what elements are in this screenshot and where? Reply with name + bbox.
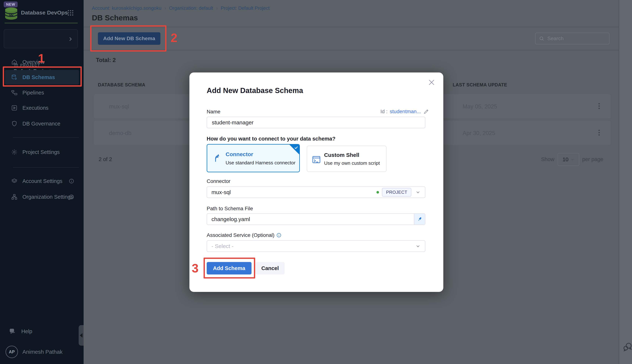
sidebar-item-executions[interactable]: Executions — [5, 100, 79, 115]
pagination-range: 2 of 2 — [99, 156, 112, 162]
connector-label: Connector — [207, 178, 230, 184]
sidebar-item-label: Account Settings — [23, 178, 63, 184]
connect-question: How do you want to connect to your data … — [207, 136, 335, 142]
schema-name-input[interactable] — [207, 117, 425, 128]
new-badge: NEW — [4, 2, 18, 7]
sidebar-divider — [13, 137, 79, 138]
sidebar-item-label: Organization Settings — [23, 194, 73, 200]
annotation-number-3: 3 — [189, 261, 201, 275]
id-value-link[interactable]: studentman... — [390, 108, 421, 114]
sidebar-collapse-handle[interactable] — [79, 325, 84, 346]
sidebar-item-label: Project Settings — [23, 149, 60, 155]
sidebar-item-label: DB Governance — [23, 121, 60, 127]
pin-button[interactable] — [414, 214, 425, 224]
schema-id-row: Id : studentman... — [380, 108, 429, 115]
cancel-button[interactable]: Cancel — [256, 262, 285, 274]
connector-branch-icon — [213, 154, 222, 163]
database-devops-logo-icon: ∞ — [5, 7, 18, 20]
sidebar-divider — [13, 167, 79, 168]
right-rail — [619, 0, 632, 364]
schema-name: mux-sql — [109, 103, 129, 110]
check-icon — [294, 145, 299, 150]
pin-icon — [417, 216, 422, 222]
column-header-last-schema-update: LAST SCHEMA UPDATE — [453, 82, 507, 88]
service-select[interactable]: - Select - — [207, 240, 425, 252]
help-chat-icon: ? — [9, 328, 16, 335]
kebab-menu-icon[interactable] — [594, 102, 604, 111]
chevron-right-icon — [68, 36, 73, 42]
sidebar-item-account-settings[interactable]: Account Settings — [5, 174, 79, 188]
app-switcher-grid-icon[interactable] — [67, 9, 74, 16]
search-box — [535, 33, 609, 44]
help-button[interactable]: ? Help — [9, 324, 68, 339]
product-name: Database DevOps — [21, 10, 68, 16]
info-icon[interactable] — [276, 233, 282, 238]
sidebar-item-label: Executions — [23, 105, 49, 111]
search-icon — [539, 36, 544, 41]
page-title: DB Schemas — [92, 14, 138, 22]
collapse-arrow-icon — [80, 333, 83, 338]
pipelines-icon — [11, 89, 18, 96]
info-icon[interactable] — [69, 178, 74, 184]
svg-text:?: ? — [11, 329, 13, 332]
breadcrumb-project-link[interactable]: Project: Default Project — [221, 5, 270, 11]
sidebar-item-db-governance[interactable]: DB Governance — [5, 116, 79, 131]
page-size-select[interactable]: 10 — [558, 153, 579, 166]
annotation-number-2: 2 — [168, 31, 180, 45]
option-card-custom-shell[interactable]: Custom Shell Use my own custom script — [307, 146, 386, 172]
pagination-per-page-label: per page — [582, 156, 603, 162]
name-label: Name — [207, 109, 221, 115]
connector-select[interactable]: mux-sql PROJECT — [207, 186, 425, 198]
modal-title: Add New Database Schema — [207, 86, 303, 95]
annotation-box-3 — [203, 258, 255, 278]
sidebar-item-project-settings[interactable]: Project Settings — [5, 145, 79, 160]
total-count: Total: 2 — [96, 57, 116, 64]
page-size-value: 10 — [563, 156, 568, 162]
sidebar-item-label: Pipelines — [23, 90, 44, 96]
gear-icon — [11, 149, 18, 156]
schema-updated: Apr 30, 2025 — [463, 130, 495, 136]
info-icon[interactable] — [69, 194, 74, 200]
support-chat-icon[interactable] — [622, 342, 632, 352]
breadcrumb-separator: › — [164, 5, 166, 11]
annotation-box-2 — [90, 25, 166, 52]
user-name: Animesh Pathak — [23, 349, 63, 355]
breadcrumb-separator: › — [216, 5, 218, 11]
path-label: Path to Schema File — [207, 206, 253, 212]
breadcrumb-account-link[interactable]: Account: kurosakiichigo.songoku — [92, 5, 161, 11]
status-dot — [376, 191, 379, 194]
path-input-group — [207, 213, 425, 225]
breadcrumb: Account: kurosakiichigo.songoku › Organi… — [92, 5, 270, 11]
search-input[interactable] — [547, 36, 614, 42]
sidebar-item-pipelines[interactable]: Pipelines — [5, 85, 79, 100]
path-input[interactable] — [207, 214, 414, 224]
id-prefix: Id : — [380, 108, 387, 114]
project-selector[interactable]: PROJECT Default Project — [4, 29, 78, 48]
edit-pencil-icon[interactable] — [423, 108, 429, 115]
chevron-down-icon — [415, 190, 420, 195]
close-icon[interactable] — [427, 78, 436, 87]
sidebar-item-organization-settings[interactable]: Organization Settings — [5, 190, 79, 204]
service-placeholder: - Select - — [212, 243, 234, 249]
schema-name: demo-db — [109, 130, 131, 136]
annotation-number-1: 1 — [36, 51, 47, 65]
column-header-database-schema: DATABASE SCHEMA — [98, 82, 145, 88]
option-card-connector[interactable]: Connector Use standard Harness connector — [207, 144, 300, 172]
org-chart-icon — [11, 194, 18, 200]
pagination-show-label: Show — [541, 156, 554, 162]
executions-icon — [11, 104, 18, 111]
schema-updated: May 05, 2025 — [463, 103, 497, 110]
scope-badge: PROJECT — [382, 188, 411, 197]
option-title: Connector — [226, 151, 253, 158]
option-subtitle: Use standard Harness connector — [226, 160, 295, 166]
shield-icon — [11, 120, 18, 127]
avatar[interactable]: AP — [6, 346, 18, 358]
breadcrumb-org-link[interactable]: Organization: default — [169, 5, 213, 11]
kebab-menu-icon[interactable] — [594, 128, 604, 137]
chevron-down-icon — [415, 244, 420, 249]
sidebar-accent-divider — [5, 23, 78, 23]
home-icon — [11, 59, 18, 65]
option-title: Custom Shell — [324, 152, 359, 158]
service-label-text: Associated Service (Optional) — [207, 232, 275, 238]
terminal-icon — [312, 155, 321, 164]
